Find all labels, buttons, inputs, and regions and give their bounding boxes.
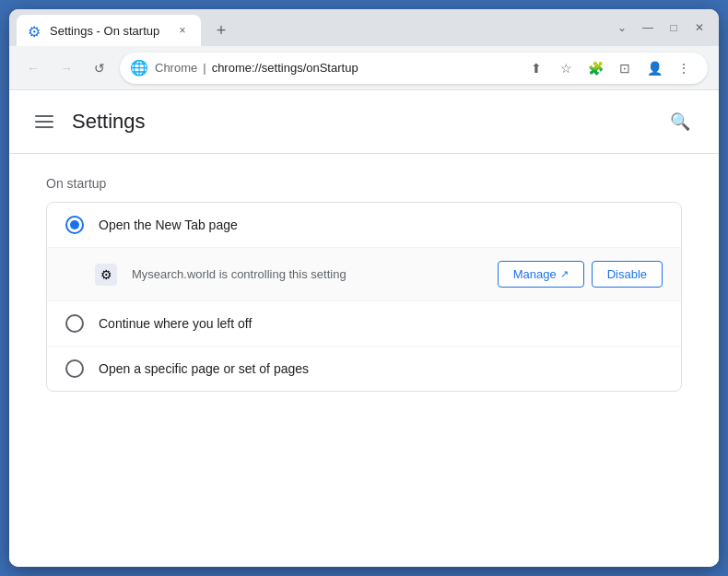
back-button[interactable]: ← bbox=[20, 55, 46, 81]
title-bar: ⚙ Settings - On startup × + ⌄ — □ ✕ bbox=[9, 9, 719, 46]
settings-body: PC RISK.COM On startup Open the New Tab … bbox=[9, 154, 719, 414]
hamburger-line-3 bbox=[35, 126, 53, 128]
close-button[interactable]: ✕ bbox=[687, 18, 711, 37]
radio-new-tab-fill bbox=[70, 220, 79, 229]
option-continue-label: Continue where you left off bbox=[99, 316, 663, 331]
url-bar[interactable]: 🌐 Chrome | chrome://settings/onStartup ⬆… bbox=[120, 53, 708, 84]
bookmark-button[interactable]: ☆ bbox=[553, 55, 579, 81]
dropdown-button[interactable]: ⌄ bbox=[610, 18, 634, 37]
manage-button[interactable]: Manage ↗ bbox=[498, 261, 584, 288]
disable-label: Disable bbox=[607, 267, 647, 281]
tab-title: Settings - On startup bbox=[50, 24, 168, 38]
menu-button[interactable]: ⋮ bbox=[671, 55, 697, 81]
option-specific-page-row[interactable]: Open a specific page or set of pages bbox=[47, 346, 681, 391]
extension-actions: Manage ↗ Disable bbox=[498, 261, 663, 288]
address-bar: ← → ↺ 🌐 Chrome | chrome://settings/onSta… bbox=[9, 46, 719, 90]
section-label: On startup bbox=[46, 176, 682, 191]
option-specific-page-label: Open a specific page or set of pages bbox=[99, 361, 663, 376]
radio-continue[interactable] bbox=[65, 314, 84, 333]
radio-new-tab[interactable] bbox=[65, 216, 84, 234]
maximize-button[interactable]: □ bbox=[662, 18, 686, 37]
share-button[interactable]: ⬆ bbox=[523, 55, 549, 81]
extensions-button[interactable]: 🧩 bbox=[582, 55, 608, 81]
profile-button[interactable]: 👤 bbox=[641, 55, 667, 81]
settings-title-area: Settings bbox=[31, 110, 146, 134]
manage-ext-icon: ↗ bbox=[560, 268, 569, 280]
option-new-tab-row[interactable]: Open the New Tab page bbox=[47, 203, 681, 247]
window-controls: ⌄ — □ ✕ bbox=[610, 15, 711, 46]
browser-window: ⚙ Settings - On startup × + ⌄ — □ ✕ ← → … bbox=[9, 9, 719, 567]
extension-icon: ⚙ bbox=[95, 264, 117, 286]
settings-page-title: Settings bbox=[72, 110, 146, 134]
tab-favicon-icon: ⚙ bbox=[28, 23, 42, 38]
option-new-tab-label: Open the New Tab page bbox=[99, 217, 663, 232]
settings-header: Settings 🔍 bbox=[9, 90, 719, 154]
settings-search-button[interactable]: 🔍 bbox=[663, 105, 697, 138]
extension-control-row: ⚙ Mysearch.world is controlling this set… bbox=[47, 247, 681, 300]
url-chrome-part: Chrome bbox=[155, 61, 197, 75]
radio-specific-page[interactable] bbox=[65, 359, 84, 378]
url-text: Chrome | chrome://settings/onStartup bbox=[155, 61, 358, 75]
minimize-button[interactable]: — bbox=[636, 18, 660, 37]
new-tab-button[interactable]: + bbox=[208, 18, 234, 43]
startup-options-card: Open the New Tab page ⚙ Mysearch.world i… bbox=[46, 202, 682, 392]
forward-button[interactable]: → bbox=[53, 55, 79, 81]
manage-label: Manage bbox=[513, 267, 557, 281]
tab-close-button[interactable]: × bbox=[175, 23, 190, 38]
browser-tab[interactable]: ⚙ Settings - On startup × bbox=[17, 15, 201, 46]
hamburger-line-2 bbox=[35, 121, 53, 123]
refresh-button[interactable]: ↺ bbox=[87, 55, 112, 81]
extension-control-label: Mysearch.world is controlling this setti… bbox=[132, 267, 483, 281]
disable-button[interactable]: Disable bbox=[592, 261, 663, 288]
sidebar-button[interactable]: ⊡ bbox=[612, 55, 638, 81]
url-actions: ⬆ ☆ 🧩 ⊡ 👤 ⋮ bbox=[523, 55, 697, 81]
hamburger-menu-button[interactable] bbox=[31, 112, 57, 132]
option-continue-row[interactable]: Continue where you left off bbox=[47, 300, 681, 346]
url-site-icon: 🌐 bbox=[131, 60, 147, 76]
hamburger-line-1 bbox=[35, 115, 53, 117]
url-separator: | bbox=[203, 61, 205, 75]
page-content: Settings 🔍 PC RISK.COM On startup Open t… bbox=[9, 90, 719, 567]
url-path: chrome://settings/onStartup bbox=[212, 61, 358, 75]
